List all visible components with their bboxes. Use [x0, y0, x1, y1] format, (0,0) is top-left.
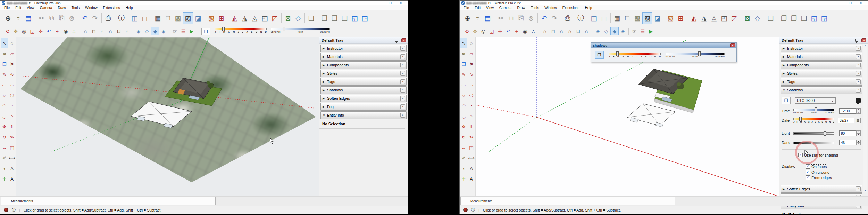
rectangle-tool-icon[interactable]: ▭	[460, 80, 467, 90]
tray-scrollbar[interactable]: ▲ ▼	[863, 44, 867, 192]
dark-input[interactable]: 46	[839, 140, 856, 145]
light-spinner[interactable]: ▲ ▼	[856, 130, 861, 136]
shaded-with-textures-icon[interactable]: ▨	[642, 12, 652, 24]
paint-bucket-tool-icon[interactable]: ◙	[460, 48, 467, 59]
component-back-icon[interactable]: ❑	[340, 12, 350, 24]
shaded-icon[interactable]: ▩	[173, 12, 183, 24]
front-view-icon[interactable]: ⌂	[98, 27, 106, 35]
add-location-icon[interactable]: ⊠	[283, 12, 293, 24]
calendar-icon[interactable]: ▦	[855, 118, 861, 123]
monochrome-icon[interactable]: ◪	[193, 12, 203, 24]
top-view-icon[interactable]: ⊓	[90, 27, 98, 35]
undo-icon[interactable]: ↶	[80, 12, 90, 24]
menu-item[interactable]: Help	[582, 6, 595, 10]
pin-icon[interactable]	[855, 39, 858, 42]
model-info-icon[interactable]: ⓘ	[576, 12, 586, 24]
scale-tool-icon[interactable]: ↔	[460, 142, 467, 153]
dimension-tool-icon[interactable]: ⟷	[8, 153, 16, 163]
paste-icon[interactable]: ⎘	[57, 12, 67, 24]
wireframe-icon[interactable]: ▦	[153, 12, 163, 24]
add-location-grid-icon[interactable]: ⊞	[676, 12, 686, 24]
house-model[interactable]	[16, 37, 319, 196]
rotated-rectangle-tool-icon[interactable]: ▱	[468, 80, 475, 90]
menu-item[interactable]: Draw	[514, 6, 528, 10]
polygon-tool-icon[interactable]: ⎔	[468, 90, 475, 101]
entity-list-icon[interactable]: ☰	[639, 27, 647, 35]
display-section-cuts-icon[interactable]: ◆	[151, 27, 159, 35]
geolocation-icon[interactable]	[4, 208, 8, 212]
menu-item[interactable]: Help	[123, 6, 136, 10]
tray-section[interactable]: ▶ Tags ×	[781, 78, 862, 86]
menu-item[interactable]: Extensions	[560, 6, 582, 10]
dark-slider[interactable]	[793, 142, 834, 144]
front-view-icon[interactable]: ⌂	[557, 27, 566, 35]
tray-close-button[interactable]: ×	[861, 38, 866, 42]
print-icon[interactable]: ⎙	[103, 12, 113, 24]
three-point-arc-tool-icon[interactable]: ◝	[468, 111, 475, 121]
open-icon[interactable]: ◓	[13, 12, 23, 24]
dark-spinner[interactable]: ▲ ▼	[856, 140, 861, 145]
time-slider-thumb[interactable]	[283, 27, 285, 31]
top-view-icon[interactable]: ⊓	[549, 27, 557, 35]
zoom-extents-icon[interactable]: ✛	[496, 27, 504, 35]
previous-view-icon[interactable]: ↶	[504, 27, 512, 35]
make-component-tool-icon[interactable]: ❒	[1, 59, 8, 69]
section-close-icon[interactable]: ×	[856, 88, 861, 93]
component-front-icon[interactable]: ❒	[329, 12, 340, 24]
xray-icon[interactable]: ◫	[130, 12, 140, 24]
menu-item[interactable]: Window	[82, 6, 100, 10]
scroll-up-icon[interactable]: ▲	[864, 45, 866, 47]
add-location-icon[interactable]: ⊠	[742, 12, 752, 24]
menu-item[interactable]: Tools	[528, 6, 542, 10]
shadow-time-slider[interactable]: 05:51 AM Noon 06:19 PM	[666, 53, 725, 58]
follow-me-tool-icon[interactable]: ↬	[8, 132, 16, 142]
shaded-icon[interactable]: ▩	[632, 12, 642, 24]
tray-section[interactable]: ▶ Styles ×	[320, 70, 407, 77]
toggle-terrain-icon[interactable]: ◇	[752, 12, 762, 24]
protractor-tool-icon[interactable]: ◖	[1, 163, 8, 174]
menu-item[interactable]: Edit	[472, 6, 483, 10]
time-input[interactable]: 12:30	[839, 108, 856, 114]
drape-icon[interactable]: ◬	[250, 12, 260, 24]
look-around-icon[interactable]: ◉	[521, 27, 529, 35]
rotate-tool-icon[interactable]: ↻	[1, 132, 8, 142]
pie-tool-icon[interactable]: ◔	[8, 101, 16, 111]
flip-edge-icon[interactable]: ◸	[729, 12, 739, 24]
open-icon[interactable]: ◓	[473, 12, 483, 24]
iso-view-icon[interactable]: ⌂	[541, 27, 549, 35]
menu-item[interactable]: Edit	[12, 6, 24, 10]
section-close-icon[interactable]: ×	[400, 104, 405, 109]
viewport-3d[interactable]: Shadows × ❐ JFMAMJJASOND 05:51 AM	[476, 37, 779, 196]
save-icon[interactable]: ▤	[483, 12, 493, 24]
cut-icon[interactable]: ✂	[36, 12, 47, 24]
play-icon[interactable]: ▶	[647, 27, 655, 35]
add-detail-icon[interactable]: ◰	[260, 12, 270, 24]
xray-icon[interactable]: ◫	[589, 12, 599, 24]
copy-icon[interactable]: ⧉	[47, 12, 57, 24]
select-tool-icon[interactable]: ↖	[460, 38, 467, 48]
measurements-box[interactable]: Measurements	[1, 197, 216, 205]
component-icon[interactable]: ❏	[306, 12, 316, 24]
tray-section[interactable]: ▶ Components ×	[320, 61, 407, 69]
match-photo-icon[interactable]: ▧	[666, 12, 676, 24]
offset-tool-icon[interactable]: ◳	[8, 142, 16, 153]
back-edges-icon[interactable]: ◻	[140, 12, 150, 24]
checkbox-checked-icon[interactable]: ✓	[806, 175, 810, 180]
spinner-down-icon[interactable]: ▼	[856, 111, 861, 114]
walk-icon[interactable]: ∴	[70, 27, 78, 35]
close-button[interactable]: ×	[400, 1, 402, 5]
menu-item[interactable]: Window	[542, 6, 560, 10]
section-close-icon[interactable]: ×	[400, 63, 405, 67]
rectangle-tool-icon[interactable]: ▭	[1, 80, 8, 90]
pan-icon[interactable]: ✥	[11, 27, 20, 35]
tray-section[interactable]: ▶ Soften Edges ×	[320, 95, 407, 102]
geolocation-icon[interactable]	[463, 208, 468, 212]
menu-item[interactable]: View	[483, 6, 496, 10]
tray-section-shadows[interactable]: ▼ Shadows ×	[781, 86, 862, 94]
tray-section[interactable]: ▶ Styles ×	[781, 70, 862, 77]
select-pointer-icon[interactable]: ☞	[630, 27, 639, 35]
checkbox-checked-icon[interactable]: ✓	[806, 170, 810, 174]
arc-tool-icon[interactable]: ◠	[1, 101, 8, 111]
move-tool-icon[interactable]: ✥	[460, 121, 467, 132]
play-icon[interactable]: ▶	[187, 27, 196, 35]
